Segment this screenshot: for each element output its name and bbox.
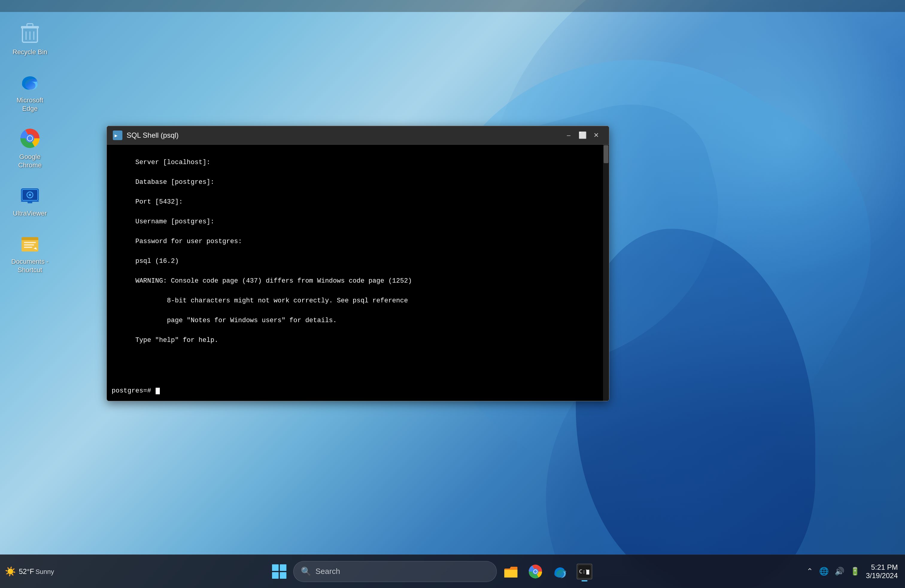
microsoft-edge-icon[interactable]: Microsoft Edge <box>6 66 54 117</box>
current-date: 3/19/2024 <box>866 572 898 580</box>
sql-title-text: SQL Shell (psql) <box>127 131 562 140</box>
windows-pane-3 <box>272 572 279 579</box>
weather-description: Sunny <box>35 568 54 575</box>
terminal-line-3: Port [5432]: <box>135 198 183 206</box>
windows-pane-2 <box>280 564 286 571</box>
taskbar: ☀️ 52°F Sunny 🔍 Search <box>0 555 905 588</box>
svg-rect-2 <box>27 24 33 27</box>
weather-widget[interactable]: ☀️ 52°F Sunny <box>0 566 59 577</box>
close-button[interactable]: ✕ <box>589 129 603 141</box>
recycle-bin-image <box>18 22 42 46</box>
svg-text:▶: ▶ <box>114 133 117 138</box>
svg-rect-20 <box>22 239 38 240</box>
sql-prompt-line[interactable]: postgres=# <box>112 386 604 396</box>
taskbar-center: 🔍 Search <box>59 561 805 582</box>
svg-rect-37 <box>586 570 589 575</box>
svg-rect-29 <box>504 570 518 577</box>
svg-point-17 <box>29 194 31 196</box>
terminal-help-line: Type "help" for help. <box>135 337 218 344</box>
tray-chevron-icon[interactable]: ⌃ <box>805 565 815 578</box>
taskbar-file-explorer[interactable] <box>500 561 521 582</box>
terminal-warning-2: 8-bit characters might not work correctl… <box>135 297 408 305</box>
search-placeholder: Search <box>316 567 340 576</box>
search-icon: 🔍 <box>301 566 311 576</box>
terminal-line-1: Server [localhost]: <box>135 159 210 166</box>
top-bar <box>0 0 905 12</box>
taskbar-edge[interactable] <box>549 561 570 582</box>
google-chrome-icon[interactable]: Google Chrome <box>6 123 54 173</box>
weather-info: 52°F Sunny <box>19 567 54 576</box>
weather-temp: 52°F <box>19 567 34 575</box>
terminal-warning-3: page "Notes for Windows users" for detai… <box>135 317 337 324</box>
documents-shortcut-label: Documents - Shortcut <box>8 257 51 275</box>
tray-volume-icon[interactable]: 🔊 <box>833 565 846 578</box>
windows-pane-1 <box>272 564 279 571</box>
svg-rect-22 <box>24 244 34 245</box>
sql-scrollbar[interactable] <box>603 145 609 401</box>
start-button[interactable] <box>269 561 290 582</box>
taskbar-right: ⌃ 🌐 🔊 🔋 5:21 PM 3/19/2024 <box>805 563 905 580</box>
svg-point-10 <box>27 136 32 141</box>
svg-rect-21 <box>24 242 36 243</box>
taskbar-search-bar[interactable]: 🔍 Search <box>293 561 497 582</box>
terminal-line-5: Password for user postgres: <box>135 238 242 245</box>
minimize-button[interactable]: – <box>562 129 575 141</box>
weather-icon: ☀️ <box>5 566 16 577</box>
terminal-line-2: Database [postgres]: <box>135 178 214 186</box>
chrome-image <box>18 126 42 150</box>
active-indicator <box>582 580 587 582</box>
windows-logo <box>272 564 286 579</box>
terminal-icon: C:\ <box>577 564 592 579</box>
datetime-display[interactable]: 5:21 PM 3/19/2024 <box>866 563 898 580</box>
sql-shell-window[interactable]: ▶ SQL Shell (psql) – ⬜ ✕ Server [localho… <box>106 126 609 401</box>
edge-label: Microsoft Edge <box>8 96 51 113</box>
svg-point-33 <box>534 570 537 573</box>
terminal-line-6: psql (16.2) <box>135 257 179 265</box>
tray-icons: ⌃ 🌐 🔊 🔋 <box>805 565 862 578</box>
recycle-bin-icon[interactable]: Recycle Bin <box>6 18 54 60</box>
ultraviewer-icon[interactable]: UltraViewer <box>6 180 54 222</box>
svg-rect-16 <box>27 202 32 203</box>
sql-terminal-content[interactable]: Server [localhost]: Database [postgres]:… <box>107 145 609 401</box>
documents-shortcut-icon[interactable]: Documents - Shortcut <box>6 227 54 278</box>
tray-network-icon[interactable]: 🌐 <box>817 565 830 578</box>
edge-image <box>18 70 42 94</box>
current-time: 5:21 PM <box>866 563 898 572</box>
desktop: Recycle Bin Microsof <box>0 0 905 588</box>
cursor <box>156 388 160 394</box>
prompt-text: postgres=# <box>112 386 155 396</box>
chrome-label: Google Chrome <box>8 153 51 170</box>
sql-titlebar[interactable]: ▶ SQL Shell (psql) – ⬜ ✕ <box>107 126 609 145</box>
svg-rect-23 <box>24 247 32 248</box>
windows-pane-4 <box>280 572 286 579</box>
taskbar-chrome[interactable] <box>525 561 546 582</box>
desktop-icons: Recycle Bin Microsof <box>6 18 54 284</box>
tray-battery-icon[interactable]: 🔋 <box>848 565 862 578</box>
scrollbar-thumb[interactable] <box>603 145 608 163</box>
terminal-line-4: Username [postgres]: <box>135 218 214 226</box>
maximize-button[interactable]: ⬜ <box>575 129 589 141</box>
terminal-warning-1: WARNING: Console code page (437) differs… <box>135 277 412 285</box>
recycle-bin-label: Recycle Bin <box>13 48 47 57</box>
ultraviewer-image <box>18 183 42 207</box>
sql-title-icon: ▶ <box>113 130 122 140</box>
documents-image <box>18 231 42 255</box>
taskbar-terminal[interactable]: C:\ <box>574 561 595 582</box>
ultraviewer-label: UltraViewer <box>13 209 47 218</box>
